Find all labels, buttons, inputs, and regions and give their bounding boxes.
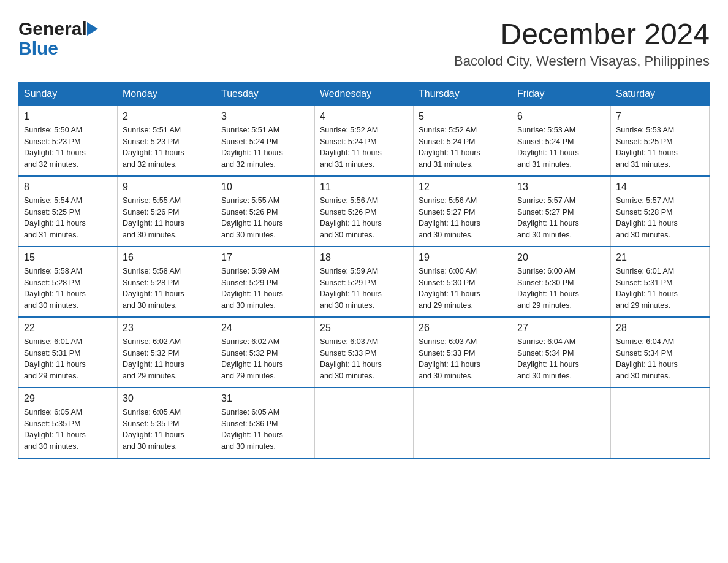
day-number: 17: [221, 252, 309, 263]
day-info: Sunrise: 6:05 AMSunset: 5:35 PMDaylight:…: [123, 407, 211, 453]
day-number: 15: [24, 252, 112, 263]
day-number: 25: [320, 323, 408, 334]
day-info: Sunrise: 6:04 AMSunset: 5:34 PMDaylight:…: [616, 336, 704, 382]
day-number: 4: [320, 111, 408, 122]
day-info: Sunrise: 5:51 AMSunset: 5:24 PMDaylight:…: [221, 124, 309, 170]
table-row: 28 Sunrise: 6:04 AMSunset: 5:34 PMDaylig…: [611, 317, 710, 388]
day-number: 7: [616, 111, 704, 122]
day-number: 23: [123, 323, 211, 334]
header-friday: Friday: [512, 82, 611, 105]
header-thursday: Thursday: [414, 82, 512, 105]
day-number: 6: [517, 111, 605, 122]
calendar-week-row: 8 Sunrise: 5:54 AMSunset: 5:25 PMDayligh…: [19, 176, 710, 247]
day-number: 31: [221, 393, 309, 404]
day-info: Sunrise: 6:04 AMSunset: 5:34 PMDaylight:…: [517, 336, 605, 382]
header-tuesday: Tuesday: [216, 82, 315, 105]
day-number: 28: [616, 323, 704, 334]
day-info: Sunrise: 6:01 AMSunset: 5:31 PMDaylight:…: [24, 336, 112, 382]
day-info: Sunrise: 5:52 AMSunset: 5:24 PMDaylight:…: [419, 124, 507, 170]
table-row: 11 Sunrise: 5:56 AMSunset: 5:26 PMDaylig…: [315, 176, 414, 247]
calendar-table: Sunday Monday Tuesday Wednesday Thursday…: [18, 82, 710, 459]
day-info: Sunrise: 5:53 AMSunset: 5:24 PMDaylight:…: [517, 124, 605, 170]
day-info: Sunrise: 6:00 AMSunset: 5:30 PMDaylight:…: [517, 266, 605, 312]
table-row: 12 Sunrise: 5:56 AMSunset: 5:27 PMDaylig…: [414, 176, 512, 247]
table-row: 9 Sunrise: 5:55 AMSunset: 5:26 PMDayligh…: [118, 176, 216, 247]
day-number: 11: [320, 182, 408, 193]
header-monday: Monday: [118, 82, 216, 105]
calendar-week-row: 15 Sunrise: 5:58 AMSunset: 5:28 PMDaylig…: [19, 247, 710, 317]
day-info: Sunrise: 5:55 AMSunset: 5:26 PMDaylight:…: [221, 195, 309, 241]
day-number: 21: [616, 252, 704, 263]
day-info: Sunrise: 5:59 AMSunset: 5:29 PMDaylight:…: [320, 266, 408, 312]
day-info: Sunrise: 6:03 AMSunset: 5:33 PMDaylight:…: [320, 336, 408, 382]
day-number: 5: [419, 111, 507, 122]
day-number: 8: [24, 182, 112, 193]
day-number: 2: [123, 111, 211, 122]
page-header: General Blue December 2024 Bacolod City,…: [18, 18, 710, 69]
day-info: Sunrise: 5:56 AMSunset: 5:26 PMDaylight:…: [320, 195, 408, 241]
table-row: [414, 388, 512, 458]
day-number: 13: [517, 182, 605, 193]
table-row: 26 Sunrise: 6:03 AMSunset: 5:33 PMDaylig…: [414, 317, 512, 388]
day-info: Sunrise: 5:54 AMSunset: 5:25 PMDaylight:…: [24, 195, 112, 241]
day-info: Sunrise: 5:55 AMSunset: 5:26 PMDaylight:…: [123, 195, 211, 241]
table-row: 24 Sunrise: 6:02 AMSunset: 5:32 PMDaylig…: [216, 317, 315, 388]
day-info: Sunrise: 6:05 AMSunset: 5:35 PMDaylight:…: [24, 407, 112, 453]
table-row: 29 Sunrise: 6:05 AMSunset: 5:35 PMDaylig…: [19, 388, 118, 458]
table-row: 16 Sunrise: 5:58 AMSunset: 5:28 PMDaylig…: [118, 247, 216, 317]
table-row: 15 Sunrise: 5:58 AMSunset: 5:28 PMDaylig…: [19, 247, 118, 317]
table-row: 30 Sunrise: 6:05 AMSunset: 5:35 PMDaylig…: [118, 388, 216, 458]
table-row: 6 Sunrise: 5:53 AMSunset: 5:24 PMDayligh…: [512, 105, 611, 176]
month-title: December 2024: [454, 18, 710, 51]
table-row: 23 Sunrise: 6:02 AMSunset: 5:32 PMDaylig…: [118, 317, 216, 388]
day-info: Sunrise: 5:53 AMSunset: 5:25 PMDaylight:…: [616, 124, 704, 170]
table-row: 4 Sunrise: 5:52 AMSunset: 5:24 PMDayligh…: [315, 105, 414, 176]
calendar-week-row: 22 Sunrise: 6:01 AMSunset: 5:31 PMDaylig…: [19, 317, 710, 388]
table-row: 18 Sunrise: 5:59 AMSunset: 5:29 PMDaylig…: [315, 247, 414, 317]
day-number: 29: [24, 393, 112, 404]
day-number: 1: [24, 111, 112, 122]
table-row: [512, 388, 611, 458]
day-number: 3: [221, 111, 309, 122]
day-info: Sunrise: 5:52 AMSunset: 5:24 PMDaylight:…: [320, 124, 408, 170]
day-number: 26: [419, 323, 507, 334]
header-sunday: Sunday: [19, 82, 118, 105]
logo-triangle-icon: [87, 22, 98, 36]
header-wednesday: Wednesday: [315, 82, 414, 105]
calendar-week-row: 29 Sunrise: 6:05 AMSunset: 5:35 PMDaylig…: [19, 388, 710, 458]
day-info: Sunrise: 5:51 AMSunset: 5:23 PMDaylight:…: [123, 124, 211, 170]
table-row: 7 Sunrise: 5:53 AMSunset: 5:25 PMDayligh…: [611, 105, 710, 176]
day-number: 16: [123, 252, 211, 263]
svg-marker-0: [87, 22, 98, 36]
day-number: 18: [320, 252, 408, 263]
table-row: 25 Sunrise: 6:03 AMSunset: 5:33 PMDaylig…: [315, 317, 414, 388]
day-number: 14: [616, 182, 704, 193]
table-row: 19 Sunrise: 6:00 AMSunset: 5:30 PMDaylig…: [414, 247, 512, 317]
calendar-week-row: 1 Sunrise: 5:50 AMSunset: 5:23 PMDayligh…: [19, 105, 710, 176]
table-row: 31 Sunrise: 6:05 AMSunset: 5:36 PMDaylig…: [216, 388, 315, 458]
day-info: Sunrise: 6:02 AMSunset: 5:32 PMDaylight:…: [123, 336, 211, 382]
logo: General Blue: [18, 18, 98, 58]
table-row: [315, 388, 414, 458]
table-row: 2 Sunrise: 5:51 AMSunset: 5:23 PMDayligh…: [118, 105, 216, 176]
table-row: 17 Sunrise: 5:59 AMSunset: 5:29 PMDaylig…: [216, 247, 315, 317]
calendar-header-row: Sunday Monday Tuesday Wednesday Thursday…: [19, 82, 710, 105]
table-row: 13 Sunrise: 5:57 AMSunset: 5:27 PMDaylig…: [512, 176, 611, 247]
day-info: Sunrise: 6:01 AMSunset: 5:31 PMDaylight:…: [616, 266, 704, 312]
table-row: 14 Sunrise: 5:57 AMSunset: 5:28 PMDaylig…: [611, 176, 710, 247]
title-section: December 2024 Bacolod City, Western Visa…: [454, 18, 710, 69]
table-row: 21 Sunrise: 6:01 AMSunset: 5:31 PMDaylig…: [611, 247, 710, 317]
table-row: 8 Sunrise: 5:54 AMSunset: 5:25 PMDayligh…: [19, 176, 118, 247]
day-number: 12: [419, 182, 507, 193]
day-number: 9: [123, 182, 211, 193]
day-number: 24: [221, 323, 309, 334]
day-number: 30: [123, 393, 211, 404]
day-info: Sunrise: 6:02 AMSunset: 5:32 PMDaylight:…: [221, 336, 309, 382]
day-info: Sunrise: 6:03 AMSunset: 5:33 PMDaylight:…: [419, 336, 507, 382]
day-info: Sunrise: 5:59 AMSunset: 5:29 PMDaylight:…: [221, 266, 309, 312]
day-number: 19: [419, 252, 507, 263]
day-info: Sunrise: 5:57 AMSunset: 5:28 PMDaylight:…: [616, 195, 704, 241]
day-info: Sunrise: 5:58 AMSunset: 5:28 PMDaylight:…: [24, 266, 112, 312]
day-info: Sunrise: 5:50 AMSunset: 5:23 PMDaylight:…: [24, 124, 112, 170]
day-info: Sunrise: 5:58 AMSunset: 5:28 PMDaylight:…: [123, 266, 211, 312]
